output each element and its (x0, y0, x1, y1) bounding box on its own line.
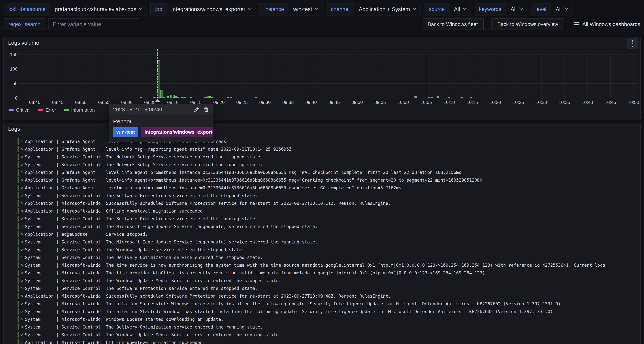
log-row[interactable]: >Application | Grafana Agent | level=inf… (18, 145, 640, 153)
log-row[interactable]: >Application | Microsoft-Windo| Offline … (18, 207, 640, 215)
expand-chevron-icon[interactable]: > (21, 232, 25, 237)
expand-chevron-icon[interactable]: > (21, 270, 25, 276)
expand-chevron-icon[interactable]: > (21, 208, 25, 214)
expand-chevron-icon[interactable]: > (21, 162, 25, 167)
annotation-marker[interactable] (155, 98, 160, 102)
expand-chevron-icon[interactable]: > (21, 177, 25, 183)
variable-select-level[interactable]: All (551, 3, 572, 15)
expand-chevron-icon[interactable]: > (21, 193, 25, 198)
log-line-text: Application | Microsoft-Windo| Offline d… (25, 209, 205, 214)
variable-job: jobintegrations/windows_exporter (150, 3, 256, 15)
log-row[interactable]: >Application | Grafana Agent | level=inf… (18, 184, 640, 192)
expand-chevron-icon[interactable]: > (21, 286, 25, 291)
expand-chevron-icon[interactable]: > (21, 255, 25, 260)
log-level-bar (18, 262, 18, 268)
log-row[interactable]: >System | Service Control| The Delivery … (18, 323, 640, 331)
expand-chevron-icon[interactable]: > (21, 139, 25, 144)
expand-chevron-icon[interactable]: > (21, 294, 25, 299)
expand-chevron-icon[interactable]: > (21, 185, 25, 190)
log-row[interactable]: >System | Microsoft-Windo| The time prov… (18, 269, 640, 277)
expand-chevron-icon[interactable]: > (21, 147, 25, 152)
log-row[interactable]: >System | Microsoft-Windo| Installation … (18, 308, 640, 315)
log-line-text: System | Service Control| The Network Se… (25, 154, 263, 159)
log-level-bar (18, 293, 18, 299)
grid-line-x (449, 54, 450, 98)
grid-line-x (104, 54, 104, 98)
expand-chevron-icon[interactable]: > (21, 301, 25, 307)
log-row[interactable]: >Application | Microsoft-Windo| Offline … (18, 339, 640, 344)
bar-information (211, 97, 213, 97)
annotation-tooltip-header: 2023-09-21 09:06:40 (109, 104, 213, 115)
variable-source: sourceAll (424, 3, 471, 15)
legend-item-information[interactable]: Information (64, 107, 95, 113)
log-row[interactable]: >Application | Microsoft-Windo| Successf… (18, 199, 640, 207)
bar-information (175, 96, 177, 97)
hamburger-icon (574, 22, 579, 26)
grid-line-x (495, 54, 496, 98)
trash-icon[interactable] (203, 106, 210, 113)
grid-line-x (518, 54, 518, 98)
regex-search-input[interactable] (48, 18, 139, 30)
expand-chevron-icon[interactable]: > (21, 201, 25, 206)
log-row[interactable]: >System | Microsoft-Windo| The time serv… (18, 261, 640, 269)
expand-chevron-icon[interactable]: > (21, 170, 25, 175)
log-row[interactable]: >System | Service Control| The Windows U… (18, 277, 640, 284)
variable-select-keywords[interactable]: All (506, 3, 527, 15)
log-row[interactable]: >System | Service Control| The Network S… (18, 161, 640, 168)
expand-chevron-icon[interactable]: > (21, 317, 25, 322)
log-row[interactable]: >System | Service Control| The Software … (18, 215, 640, 223)
expand-chevron-icon[interactable]: > (21, 216, 25, 221)
variable-select-source[interactable]: All (449, 3, 471, 15)
expand-chevron-icon[interactable]: > (21, 263, 25, 268)
expand-chevron-icon[interactable]: > (21, 332, 25, 338)
bar-information (177, 97, 179, 97)
log-row[interactable]: >Application | Grafana Agent | level=inf… (18, 176, 640, 184)
grid-line-x (265, 54, 265, 98)
all-windows-dashboards-link[interactable]: All Windows dashboards (574, 18, 640, 30)
log-row[interactable]: >System | Microsoft-Windo| Windows Updat… (18, 315, 640, 323)
log-line-text: System | Microsoft-Windo| The time servi… (25, 263, 605, 268)
expand-chevron-icon[interactable]: > (21, 224, 25, 229)
expand-chevron-icon[interactable]: > (21, 278, 25, 283)
log-row[interactable]: >Application | Microsoft-Windo| Successf… (18, 292, 640, 300)
log-row[interactable]: >System | Service Control| The Windows U… (18, 246, 640, 254)
expand-chevron-icon[interactable]: > (21, 324, 25, 330)
back-to-windows-fleet-button[interactable]: Back to Windows fleet (422, 18, 484, 30)
legend-item-error[interactable]: Error (38, 107, 56, 113)
log-row[interactable]: >System | Microsoft-Windo| Installation … (18, 300, 640, 308)
legend-item-critical[interactable]: Critical (8, 107, 30, 113)
log-row[interactable]: >Application | Grafana Agent | level=inf… (18, 168, 640, 176)
log-row[interactable]: >Application | edgeupdate | Service stop… (18, 230, 640, 238)
bar-critical (470, 97, 472, 98)
expand-chevron-icon[interactable]: > (21, 239, 25, 245)
log-row[interactable]: >System | Service Control| The Microsoft… (18, 223, 640, 230)
variable-select-loki_datasource[interactable]: grafanacloud-vzhuravlevlabs-logs (50, 3, 147, 15)
log-row[interactable]: >System | Service Control| The Microsoft… (18, 238, 640, 246)
expand-chevron-icon[interactable]: > (21, 247, 25, 252)
annotation-tag: win-test (113, 127, 138, 137)
log-row[interactable]: >System | Service Control| The Software … (18, 192, 640, 199)
logs-panel: Logs >Application | Grafana Agent | leve… (4, 123, 640, 344)
x-axis-label: 10:10 (438, 100, 460, 105)
expand-chevron-icon[interactable]: > (21, 154, 25, 160)
bar-information (230, 97, 232, 97)
bar-information (437, 96, 439, 97)
x-axis-label: 10:20 (484, 100, 506, 105)
variable-select-channel[interactable]: Application + System (354, 3, 421, 15)
bar-information (227, 97, 229, 97)
bar-information (160, 90, 162, 98)
expand-chevron-icon[interactable]: > (21, 309, 25, 314)
pencil-icon[interactable] (193, 106, 200, 113)
log-row[interactable]: >System | Service Control| The Software … (18, 284, 640, 292)
log-row[interactable]: >System | Service Control| The Delivery … (18, 254, 640, 261)
log-line-text: Application | Grafana Agent | level=info… (25, 147, 292, 152)
log-row[interactable]: >System | Service Control| The Network S… (18, 153, 640, 161)
variable-select-job[interactable]: integrations/windows_exporter (167, 3, 256, 15)
back-to-windows-overview-button[interactable]: Back to Windows overview (492, 18, 564, 30)
header-spacer (142, 18, 414, 30)
bar-critical (154, 97, 156, 98)
variable-select-instance[interactable]: win-test (288, 3, 323, 15)
log-row[interactable]: >System | Service Control| The Windows U… (18, 331, 640, 339)
expand-chevron-icon[interactable]: > (21, 340, 25, 344)
variable-row-2: regex_search Back to Windows fleet Back … (4, 18, 640, 30)
